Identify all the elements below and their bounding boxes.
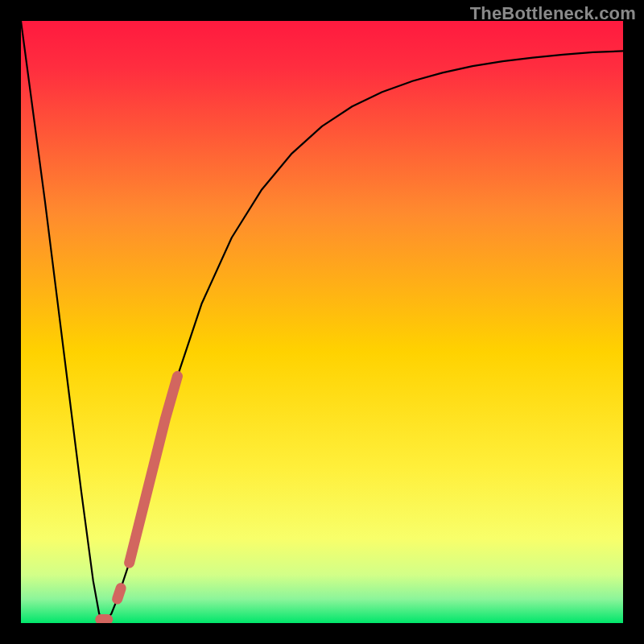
- chart-plot: [21, 21, 623, 623]
- series-highlight-dot-lower: [118, 588, 121, 599]
- watermark-text: TheBottleneck.com: [470, 3, 636, 24]
- chart-frame: TheBottleneck.com: [0, 0, 644, 644]
- gradient-background: [21, 21, 623, 623]
